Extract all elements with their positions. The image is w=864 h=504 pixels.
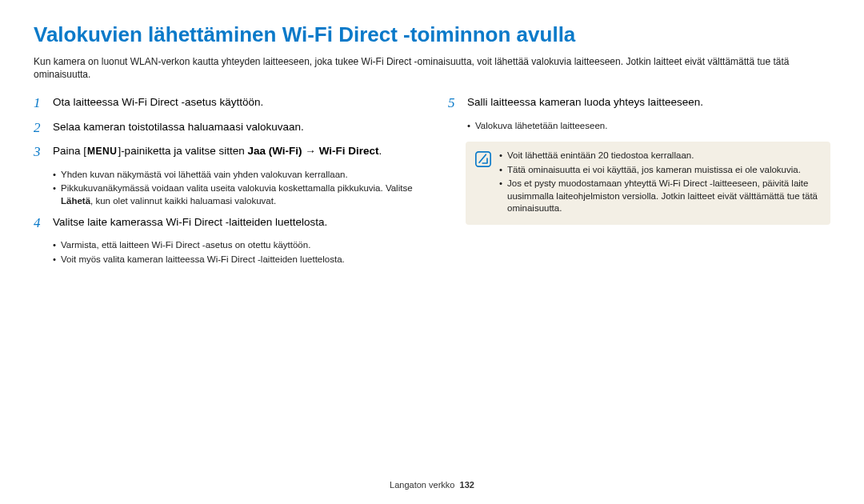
right-column: 5 Salli laitteessa kameran luoda yhteys … [448, 95, 830, 274]
step-number: 1 [34, 95, 45, 111]
page-title: Valokuvien lähettäminen Wi-Fi Direct -to… [34, 22, 830, 47]
list-item: Valokuva lähetetään laitteeseen. [467, 120, 830, 133]
svg-rect-0 [476, 152, 490, 166]
step-1: 1 Ota laitteessa Wi-Fi Direct -asetus kä… [34, 95, 416, 111]
arrow-icon: → [302, 145, 319, 157]
step3-bold2: Wi-Fi Direct [319, 145, 379, 157]
content-columns: 1 Ota laitteessa Wi-Fi Direct -asetus kä… [34, 95, 830, 274]
note-list: Voit lähettää enintään 20 tiedostoa kerr… [499, 150, 821, 217]
intro-paragraph: Kun kamera on luonut WLAN-verkon kautta … [34, 55, 830, 81]
step-3: 3 Paina [MENU]-painiketta ja valitse sit… [34, 144, 416, 160]
step-text: Paina [MENU]-painiketta ja valitse sitte… [53, 144, 416, 158]
step-text: Selaa kameran toistotilassa haluamaasi v… [53, 120, 416, 134]
list-item: Varmista, että laitteen Wi-Fi Direct -as… [53, 239, 416, 252]
list-item: Voit myös valita kameran laitteessa Wi-F… [53, 254, 416, 266]
page-footer: Langaton verkko 132 [0, 480, 864, 490]
step-5: 5 Salli laitteessa kameran luoda yhteys … [448, 95, 830, 111]
list-item: Voit lähettää enintään 20 tiedostoa kerr… [499, 150, 821, 162]
step-number: 5 [448, 95, 459, 111]
step3-mid: ]-painiketta ja valitse sitten [118, 145, 247, 157]
step-number: 2 [34, 120, 45, 136]
list-item: Tätä ominaisuutta ei voi käyttää, jos ka… [499, 164, 821, 177]
step-text: Ota laitteessa Wi-Fi Direct -asetus käyt… [53, 95, 416, 110]
sub2-c: , kun olet valinnut kaikki haluamasi val… [90, 196, 276, 206]
step-5-sublist: Valokuva lähetetään laitteeseen. [448, 120, 830, 133]
list-item: Yhden kuvan näkymästä voi lähettää vain … [53, 169, 416, 182]
sub2-a: Pikkukuvanäkymässä voidaan valita useita… [61, 183, 413, 193]
footer-section: Langaton verkko [390, 480, 454, 490]
step-4-sublist: Varmista, että laitteen Wi-Fi Direct -as… [34, 239, 416, 266]
step-2: 2 Selaa kameran toistotilassa haluamaasi… [34, 120, 416, 136]
step3-end: . [379, 145, 382, 157]
step-4: 4 Valitse laite kamerassa Wi-Fi Direct -… [34, 215, 416, 231]
step-3-sublist: Yhden kuvan näkymästä voi lähettää vain … [34, 169, 416, 208]
note-icon [475, 151, 491, 167]
footer-page-number: 132 [460, 480, 474, 490]
step-text: Valitse laite kamerassa Wi-Fi Direct -la… [53, 215, 416, 230]
step-number: 4 [34, 215, 45, 231]
step3-prefix: Paina [ [53, 145, 86, 157]
step-text: Salli laitteessa kameran luoda yhteys la… [467, 95, 830, 110]
list-item: Jos et pysty muodostamaan yhteyttä Wi-Fi… [499, 178, 821, 215]
note-box: Voit lähettää enintään 20 tiedostoa kerr… [466, 142, 830, 225]
menu-icon: MENU [86, 146, 118, 158]
sub2-b: Lähetä [61, 196, 90, 206]
manual-page: Valokuvien lähettäminen Wi-Fi Direct -to… [0, 0, 864, 504]
left-column: 1 Ota laitteessa Wi-Fi Direct -asetus kä… [34, 95, 416, 274]
step3-bold1: Jaa (Wi-Fi) [247, 145, 302, 157]
list-item: Pikkukuvanäkymässä voidaan valita useita… [53, 182, 416, 207]
step-number: 3 [34, 144, 45, 160]
